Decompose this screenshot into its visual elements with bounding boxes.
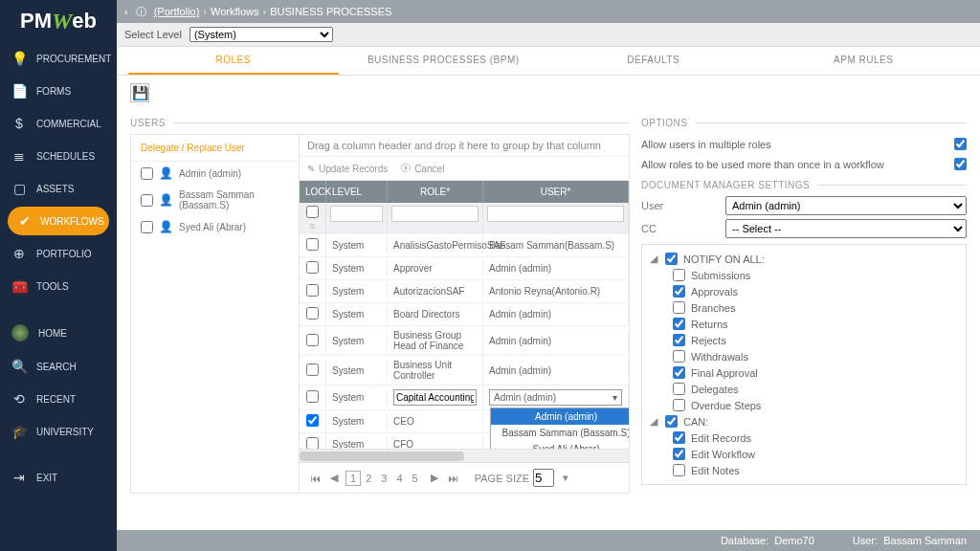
tree-check[interactable]	[673, 334, 685, 346]
sidebar-item-commercial[interactable]: $COMMERCIAL	[0, 107, 117, 140]
tree-item[interactable]: Overdue Steps	[650, 397, 958, 413]
row-lock[interactable]	[306, 261, 319, 274]
cancel-button[interactable]: ⓧ Cancel	[401, 162, 444, 175]
can-check[interactable]	[665, 415, 678, 428]
dm-user-select[interactable]: Admin (admin)	[725, 196, 967, 215]
table-row[interactable]: SystemBusiness Group Head of FinanceAdmi…	[300, 326, 629, 356]
tree-item[interactable]: Withdrawals	[650, 348, 958, 364]
user-list-item[interactable]: 👤Bassam Samman (Bassam.S)	[131, 185, 299, 215]
h-scrollbar[interactable]	[300, 449, 629, 462]
sidebar-item-recent[interactable]: ⟲RECENT	[0, 383, 117, 415]
tree-check[interactable]	[673, 448, 685, 460]
user-list-item[interactable]: 👤Syed Ali (Abrar)	[131, 215, 299, 238]
page-size-arrow[interactable]: ▾	[558, 471, 573, 486]
delegate-link[interactable]: Delegate / Replace User	[131, 135, 299, 162]
row-lock[interactable]	[306, 390, 319, 403]
tree-check[interactable]	[673, 464, 685, 476]
option-check[interactable]	[954, 138, 967, 150]
table-row[interactable]: SystemAdmin (admin)▾Admin (admin)Bassam …	[300, 386, 629, 410]
sidebar-item-schedules[interactable]: ≣SCHEDULES	[0, 140, 117, 172]
row-lock[interactable]	[306, 284, 319, 297]
table-row[interactable]: SystemApproverAdmin (admin)	[300, 257, 629, 280]
dropdown-option[interactable]: Bassam Samman (Bassam.S)	[491, 425, 629, 441]
col-level[interactable]: LEVEL	[326, 181, 388, 203]
tree-check[interactable]	[673, 383, 685, 395]
sidebar-item-search[interactable]: 🔍SEARCH	[0, 350, 117, 383]
tree-check[interactable]	[673, 285, 685, 298]
notify-all-check[interactable]	[665, 253, 678, 265]
user-check[interactable]	[141, 194, 153, 207]
page-prev[interactable]: ◀	[326, 471, 342, 486]
sidebar-item-home[interactable]: HOME	[0, 316, 117, 350]
user-check[interactable]	[141, 167, 153, 180]
tree-item[interactable]: Approvals	[650, 283, 958, 299]
tree-item[interactable]: Final Approval	[650, 364, 958, 381]
tree-item[interactable]: Submissions	[650, 267, 958, 283]
sidebar-item-forms[interactable]: 📄FORMS	[0, 75, 117, 107]
tree-item[interactable]: Edit Workflow	[650, 446, 958, 462]
back-icon[interactable]: ‹	[124, 6, 128, 17]
filter-lock-check[interactable]	[303, 206, 322, 218]
row-lock[interactable]	[306, 334, 319, 346]
tab-apm-rules[interactable]: APM RULES	[759, 47, 969, 75]
row-lock[interactable]	[306, 238, 319, 251]
sidebar-item-workflows[interactable]: ✔WORKFLOWS	[8, 207, 109, 235]
table-row[interactable]: SystemBoard DirectorsAdmin (admin)	[300, 303, 629, 326]
caret-icon[interactable]: ◢	[650, 415, 659, 428]
tree-check[interactable]	[673, 366, 685, 379]
filter-level[interactable]	[330, 206, 383, 222]
dm-cc-select[interactable]: -- Select --	[725, 219, 967, 238]
tree-check[interactable]	[673, 431, 685, 444]
sidebar-item-university[interactable]: 🎓UNIVERSITY	[0, 415, 117, 448]
sidebar-item-assets[interactable]: ▢ASSETS	[0, 172, 117, 205]
tree-check[interactable]	[673, 318, 685, 330]
caret-icon[interactable]: ◢	[650, 253, 659, 265]
table-row[interactable]: SystemAutorizacionSAFAntonio Reyna(Anton…	[300, 280, 629, 303]
tab-business-processes-bpm-[interactable]: BUSINESS PROCESSES (BPM)	[339, 47, 549, 75]
page-3[interactable]: 3	[376, 471, 391, 486]
user-check[interactable]	[141, 221, 153, 233]
page-4[interactable]: 4	[391, 471, 407, 486]
user-list-item[interactable]: 👤Admin (admin)	[131, 162, 299, 185]
crumb-workflows[interactable]: Workflows	[211, 6, 259, 17]
sidebar-item-portfolio[interactable]: ⊕PORTFOLIO	[0, 237, 117, 270]
page-2[interactable]: 2	[361, 471, 376, 486]
page-5[interactable]: 5	[408, 471, 423, 486]
sidebar-item-tools[interactable]: 🧰TOOLS	[0, 270, 117, 302]
page-1[interactable]: 1	[345, 471, 361, 486]
user-dropdown[interactable]: Admin (admin)▾Admin (admin)Bassam Samman…	[489, 389, 622, 406]
option-check[interactable]	[954, 158, 967, 170]
update-records-button[interactable]: ✎ Update Records	[307, 162, 388, 175]
tree-item[interactable]: Branches	[650, 299, 958, 316]
tab-defaults[interactable]: DEFAULTS	[548, 47, 759, 75]
row-lock[interactable]	[306, 414, 319, 427]
select-level[interactable]: (System)	[189, 27, 333, 42]
page-size-input[interactable]	[533, 469, 554, 487]
row-lock[interactable]	[306, 437, 319, 449]
tree-item[interactable]: Delegates	[650, 381, 958, 397]
filter-role[interactable]	[391, 206, 479, 222]
filter-icon[interactable]: ≡	[309, 220, 315, 231]
row-lock[interactable]	[306, 307, 319, 320]
tree-item[interactable]: Rejects	[650, 332, 958, 348]
sidebar-item-procurement[interactable]: 💡PROCUREMENT	[0, 42, 117, 75]
table-row[interactable]: SystemAnalisisGastoPermisoSAFBassam Samm…	[300, 234, 629, 257]
col-user[interactable]: USER*	[483, 181, 629, 203]
filter-user[interactable]	[487, 206, 624, 222]
dropdown-option[interactable]: Admin (admin)	[491, 408, 629, 425]
tree-check[interactable]	[673, 399, 685, 411]
tree-check[interactable]	[673, 269, 685, 281]
row-lock[interactable]	[306, 364, 319, 376]
crumb-portfolio[interactable]: (Portfolio)	[154, 6, 200, 17]
tree-check[interactable]	[673, 301, 685, 314]
tab-roles[interactable]: ROLES	[128, 47, 339, 75]
sidebar-item-exit[interactable]: ⇥EXIT	[0, 461, 117, 494]
page-last[interactable]: ⏭	[446, 471, 461, 486]
table-row[interactable]: SystemBusiness Unit ControllerAdmin (adm…	[300, 356, 629, 386]
tree-check[interactable]	[673, 350, 685, 363]
save-button[interactable]: 💾	[130, 83, 149, 102]
col-lock[interactable]: LOCK	[300, 181, 326, 203]
dropdown-option[interactable]: Syed Ali (Abrar)	[491, 441, 629, 449]
info-icon[interactable]: ⓘ	[136, 5, 146, 19]
tree-item[interactable]: Edit Notes	[650, 462, 958, 478]
